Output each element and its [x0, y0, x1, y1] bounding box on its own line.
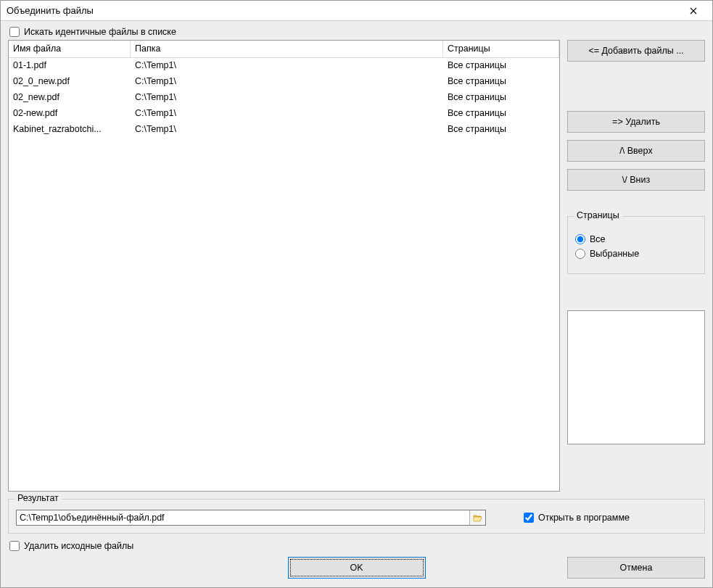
close-button[interactable] — [679, 3, 708, 19]
table-row[interactable]: Kabinet_razrabotchi...C:\Temp1\Все стран… — [9, 122, 559, 138]
table-row[interactable]: 02-new.pdfC:\Temp1\Все страницы — [9, 106, 559, 122]
add-files-button[interactable]: <= Добавить файлы ... — [567, 40, 705, 62]
window-title: Объединить файлы — [7, 5, 679, 16]
col-header-file[interactable]: Имя файла — [9, 41, 131, 57]
pages-group-label: Страницы — [574, 210, 622, 220]
open-in-app-label[interactable]: Открыть в программе — [538, 513, 630, 523]
cell-folder: C:\Temp1\ — [131, 59, 443, 73]
cell-pages: Все страницы — [443, 91, 559, 104]
result-path-input[interactable] — [17, 513, 469, 523]
cell-file: 02_0_new.pdf — [9, 75, 131, 88]
preview-pane — [567, 310, 705, 444]
pages-all-label[interactable]: Все — [590, 234, 606, 244]
open-in-app-checkbox[interactable] — [524, 513, 534, 523]
file-list-header[interactable]: Имя файла Папка Страницы — [9, 41, 559, 58]
cell-folder: C:\Temp1\ — [131, 123, 443, 136]
folder-open-icon — [473, 514, 483, 522]
left-column: Имя файла Папка Страницы 01-1.pdfC:\Temp… — [8, 40, 560, 492]
bottom-buttons: OK Отмена — [8, 555, 705, 580]
cell-file: 01-1.pdf — [9, 59, 131, 73]
cell-folder: C:\Temp1\ — [131, 91, 443, 104]
cell-pages: Все страницы — [443, 59, 559, 73]
delete-source-label[interactable]: Удалить исходные файлы — [24, 541, 133, 551]
search-identical-label[interactable]: Искать идентичные файлы в списке — [24, 27, 176, 37]
delete-source-checkbox[interactable] — [9, 541, 20, 551]
table-row[interactable]: 01-1.pdfC:\Temp1\Все страницы — [9, 58, 559, 74]
move-down-button[interactable]: \/ Вниз — [567, 169, 705, 191]
table-row[interactable]: 02_0_new.pdfC:\Temp1\Все страницы — [9, 74, 559, 90]
cell-pages: Все страницы — [443, 123, 559, 136]
file-list[interactable]: Имя файла Папка Страницы 01-1.pdfC:\Temp… — [8, 40, 560, 492]
cell-folder: C:\Temp1\ — [131, 75, 443, 88]
merge-files-dialog: Объединить файлы Искать идентичные файлы… — [0, 0, 713, 588]
col-header-pages[interactable]: Страницы — [443, 41, 559, 57]
cell-pages: Все страницы — [443, 107, 559, 120]
right-column: <= Добавить файлы ... => Удалить /\ Ввер… — [567, 40, 705, 492]
search-identical-row: Искать идентичные файлы в списке — [8, 27, 705, 37]
close-icon — [690, 7, 697, 15]
cell-file: 02-new.pdf — [9, 107, 131, 120]
dialog-body: Искать идентичные файлы в списке Имя фай… — [1, 21, 712, 587]
delete-source-row: Удалить исходные файлы — [8, 541, 705, 551]
open-in-app-row: Открыть в программе — [522, 513, 630, 523]
result-label: Результат — [15, 493, 62, 503]
remove-button[interactable]: => Удалить — [567, 111, 705, 133]
result-group: Результат Открыть в программе — [8, 499, 705, 534]
cell-file: 02_new.pdf — [9, 91, 131, 104]
pages-all-radio[interactable] — [575, 234, 585, 244]
cell-file: Kabinet_razrabotchi... — [9, 123, 131, 136]
pages-selected-radio[interactable] — [575, 249, 585, 259]
pages-selected-label[interactable]: Выбранные — [590, 249, 639, 259]
ok-button[interactable]: OK — [288, 557, 426, 579]
cell-pages: Все страницы — [443, 75, 559, 88]
cancel-button[interactable]: Отмена — [567, 557, 705, 579]
col-header-folder[interactable]: Папка — [131, 41, 443, 57]
pages-group: Страницы Все Выбранные — [567, 216, 705, 274]
browse-button[interactable] — [469, 510, 485, 525]
titlebar: Объединить файлы — [1, 1, 712, 21]
table-row[interactable]: 02_new.pdfC:\Temp1\Все страницы — [9, 90, 559, 106]
main-area: Имя файла Папка Страницы 01-1.pdfC:\Temp… — [8, 40, 705, 492]
result-path-field[interactable] — [16, 510, 486, 526]
move-up-button[interactable]: /\ Вверх — [567, 140, 705, 162]
spacer — [567, 69, 705, 111]
cell-folder: C:\Temp1\ — [131, 107, 443, 120]
file-list-body[interactable]: 01-1.pdfC:\Temp1\Все страницы02_0_new.pd… — [9, 58, 559, 491]
search-identical-checkbox[interactable] — [9, 27, 20, 37]
